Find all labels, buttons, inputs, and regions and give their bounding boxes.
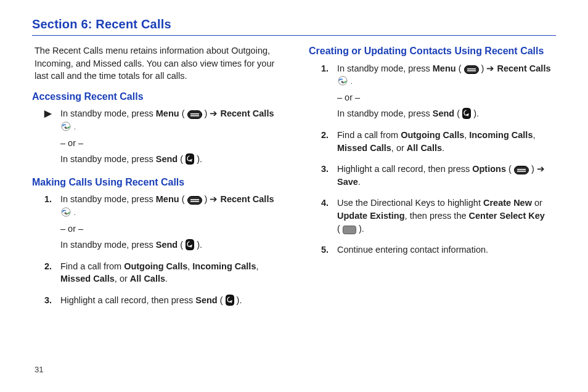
- text: .: [74, 124, 76, 131]
- text: Use the Directional Keys to highlight: [337, 198, 481, 208]
- text: In standby mode, press: [337, 63, 430, 73]
- update-existing-label: Update Existing: [337, 211, 405, 221]
- send-key-icon: [462, 108, 471, 119]
- step-number: 3.: [44, 294, 60, 311]
- creating-step-3: 3. Highlight a call record, then press O…: [321, 163, 556, 192]
- text: In standby mode, press: [60, 154, 153, 164]
- missed-calls-label: Missed Calls: [60, 274, 115, 284]
- arrow-right-icon: ➔: [210, 108, 218, 118]
- text: .: [358, 177, 361, 187]
- menu-key-icon: [187, 110, 202, 119]
- send-label: Send: [433, 108, 454, 118]
- outgoing-calls-label: Outgoing Calls: [124, 261, 187, 271]
- incoming-calls-label: Incoming Calls: [192, 261, 256, 271]
- text: ,: [464, 130, 467, 140]
- menu-label: Menu: [156, 194, 179, 204]
- outgoing-calls-label: Outgoing Calls: [401, 130, 464, 140]
- text: .: [165, 274, 168, 284]
- step-number: 2.: [321, 129, 337, 158]
- recent-calls-icon: [60, 206, 71, 218]
- text: In standby mode, press: [60, 108, 153, 118]
- send-label: Send: [156, 240, 178, 250]
- recent-calls-label: Recent Calls: [497, 63, 550, 73]
- text: Find a call from: [60, 261, 121, 271]
- recent-calls-label: Recent Calls: [220, 108, 274, 118]
- save-label: Save: [337, 177, 358, 187]
- heading-creating: Creating or Updating Contacts Using Rece…: [309, 44, 556, 59]
- text: .: [74, 210, 76, 216]
- menu-key-icon: [187, 196, 202, 205]
- creating-step-5: 5. Continue entering contact information…: [321, 243, 556, 260]
- menu-key-icon: [464, 65, 479, 74]
- recent-calls-icon: [60, 121, 71, 132]
- text: .: [351, 78, 353, 85]
- heading-accessing: Accessing Recent Calls: [32, 90, 279, 104]
- text: In standby mode, press: [60, 194, 153, 204]
- text: .: [442, 143, 444, 153]
- send-key-icon: [186, 153, 194, 165]
- step-number: 4.: [321, 197, 337, 239]
- create-new-label: Create New: [483, 198, 532, 208]
- or-separator: – or –: [337, 91, 556, 104]
- all-calls-label: All Calls: [407, 143, 442, 153]
- making-step-1: 1. In standby mode, press Menu ( ) ➔ Rec…: [44, 193, 279, 255]
- send-label: Send: [156, 154, 178, 164]
- text: Continue entering contact information.: [337, 243, 556, 256]
- text: Highlight a call record, then press: [60, 295, 193, 305]
- menu-key-icon: [514, 166, 529, 174]
- options-label: Options: [472, 164, 506, 174]
- right-column: Creating or Updating Contacts Using Rece…: [309, 44, 556, 316]
- arrow-right-icon: ➔: [486, 63, 494, 73]
- or-separator: – or –: [60, 137, 279, 150]
- making-step-2: 2. Find a call from Outgoing Calls, Inco…: [44, 260, 279, 289]
- send-key-icon: [186, 239, 194, 250]
- missed-calls-label: Missed Calls: [337, 143, 391, 153]
- menu-label: Menu: [156, 108, 179, 118]
- or-separator: – or –: [60, 223, 279, 235]
- all-calls-label: All Calls: [130, 274, 165, 284]
- send-label: Send: [195, 295, 217, 305]
- step-number: 2.: [44, 260, 60, 289]
- heading-making: Making Calls Using Recent Calls: [32, 176, 279, 190]
- text: ,: [256, 261, 258, 271]
- pointer-icon: ▶: [44, 107, 60, 169]
- creating-step-2: 2. Find a call from Outgoing Calls, Inco…: [321, 129, 556, 158]
- text: , or: [115, 274, 128, 284]
- send-key-icon: [226, 295, 234, 306]
- accessing-step: ▶ In standby mode, press Menu ( ) ➔ Rece…: [44, 107, 279, 169]
- menu-label: Menu: [433, 63, 456, 73]
- left-column: The Recent Calls menu retains informatio…: [32, 44, 279, 316]
- making-step-3: 3. Highlight a call record, then press S…: [44, 294, 279, 311]
- recent-calls-label: Recent Calls: [220, 194, 274, 204]
- recent-calls-icon: [337, 75, 348, 86]
- text: , then press the: [405, 211, 467, 221]
- center-select-key-icon: [343, 226, 356, 234]
- arrow-right-icon: ➔: [537, 164, 545, 174]
- arrow-right-icon: ➔: [210, 194, 218, 204]
- title-rule: [32, 35, 556, 36]
- section-title: Section 6: Recent Calls: [32, 17, 556, 31]
- text: In standby mode, press: [337, 108, 430, 118]
- text: Highlight a call record, then press: [337, 164, 470, 174]
- text: In standby mode, press: [60, 240, 153, 250]
- step-number: 3.: [321, 163, 337, 192]
- text: or: [534, 198, 542, 208]
- text: ,: [533, 130, 535, 140]
- text: Find a call from: [337, 130, 398, 140]
- step-number: 1.: [44, 193, 60, 255]
- text: , or: [391, 143, 404, 153]
- page-number: 31: [35, 365, 43, 374]
- center-select-key-label: Center Select Key: [469, 211, 545, 221]
- creating-step-1: 1. In standby mode, press Menu ( ) ➔ Rec…: [321, 62, 556, 124]
- intro-text: The Recent Calls menu retains informatio…: [35, 44, 277, 83]
- step-number: 5.: [321, 243, 337, 260]
- text: ,: [187, 261, 190, 271]
- incoming-calls-label: Incoming Calls: [469, 130, 533, 140]
- creating-step-4: 4. Use the Directional Keys to highlight…: [321, 197, 556, 239]
- step-number: 1.: [321, 62, 337, 124]
